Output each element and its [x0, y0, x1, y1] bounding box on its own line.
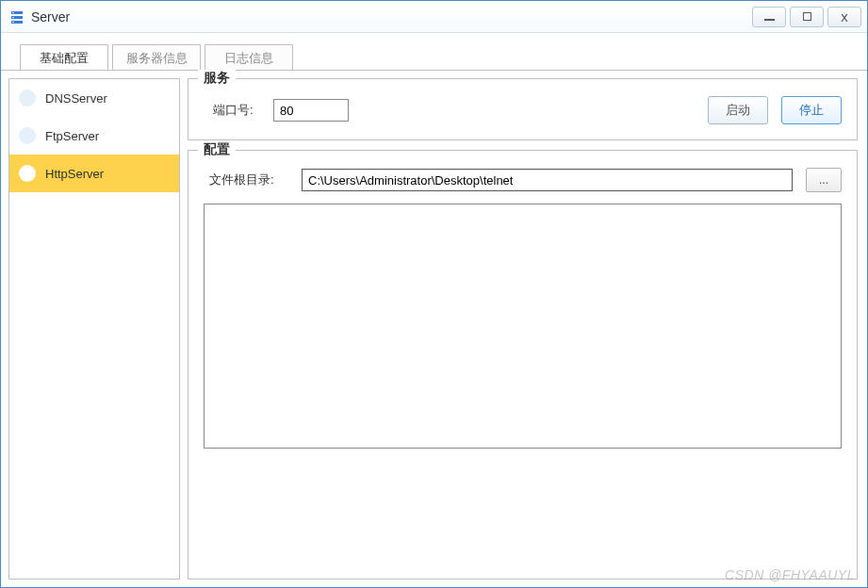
- svg-point-1: [12, 16, 14, 18]
- sidebar-item-label: HttpServer: [45, 167, 104, 181]
- sidebar-item-label: FtpServer: [45, 129, 99, 143]
- root-path-input[interactable]: [302, 169, 793, 191]
- maximize-icon: [803, 12, 811, 21]
- tab-basic-config[interactable]: 基础配置: [20, 44, 108, 71]
- root-path-row: 文件根目录: ...: [204, 168, 842, 192]
- service-row: 端口号: 启动 停止: [204, 96, 842, 124]
- service-group: 服务 端口号: 启动 停止: [188, 78, 858, 140]
- service-group-legend: 服务: [198, 70, 236, 87]
- close-button[interactable]: x: [827, 7, 861, 27]
- app-icon: [8, 8, 25, 25]
- sidebar-item-label: DNSServer: [45, 91, 107, 106]
- close-icon: x: [841, 9, 848, 24]
- sidebar-item-httpserver[interactable]: HttpServer: [9, 155, 179, 192]
- config-group-legend: 配置: [198, 141, 236, 158]
- app-window: Server x 基础配置 服务器信息 日志信息 DNSServer FtpSe…: [0, 0, 868, 588]
- status-dot-icon: [19, 90, 36, 106]
- settings-pane: 服务 端口号: 启动 停止 配置 文件根目录: ...: [188, 78, 860, 580]
- stop-button[interactable]: 停止: [781, 96, 842, 124]
- config-group: 配置 文件根目录: ...: [188, 150, 858, 580]
- sidebar-item-dnsserver[interactable]: DNSServer: [9, 79, 179, 117]
- config-textarea[interactable]: [204, 204, 842, 449]
- browse-button[interactable]: ...: [806, 168, 842, 192]
- window-title: Server: [31, 9, 752, 24]
- tab-server-info[interactable]: 服务器信息: [112, 44, 201, 71]
- tab-log-info[interactable]: 日志信息: [205, 44, 293, 71]
- window-controls: x: [752, 7, 861, 27]
- status-dot-icon: [19, 165, 36, 182]
- server-list-sidebar: DNSServer FtpServer HttpServer: [8, 78, 180, 580]
- start-button[interactable]: 启动: [708, 96, 768, 124]
- port-label: 端口号:: [204, 102, 260, 119]
- main-tabs: 基础配置 服务器信息 日志信息: [1, 33, 867, 71]
- content-area: DNSServer FtpServer HttpServer 服务 端口号: 启…: [1, 70, 867, 587]
- minimize-button[interactable]: [752, 7, 786, 27]
- root-path-label: 文件根目录:: [204, 172, 288, 188]
- maximize-button[interactable]: [790, 7, 824, 27]
- title-bar: Server x: [1, 1, 867, 33]
- minimize-icon: [764, 19, 775, 21]
- svg-point-0: [12, 11, 14, 13]
- sidebar-item-ftpserver[interactable]: FtpServer: [9, 117, 179, 155]
- svg-point-2: [12, 21, 14, 23]
- port-input[interactable]: [273, 99, 349, 122]
- status-dot-icon: [19, 127, 36, 144]
